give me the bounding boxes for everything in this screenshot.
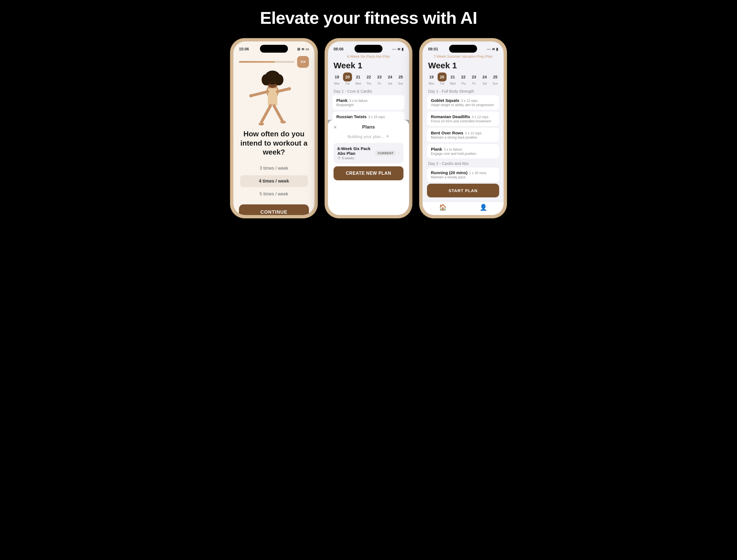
option-3x[interactable]: 3 times / week xyxy=(240,162,308,174)
running-sub-3: Maintain a steady pace xyxy=(431,175,495,179)
svg-line-10 xyxy=(277,89,289,92)
day-num-21-3: 21 xyxy=(448,73,457,81)
rows-detail-3: 3 x 12 reps xyxy=(465,131,481,135)
create-plan-button[interactable]: CREATE NEW PLAN xyxy=(334,166,403,180)
day-cell-22thu-2[interactable]: 22 Thu xyxy=(364,73,373,85)
day-label-thu-3: Thu xyxy=(461,82,465,85)
phone3-scroll[interactable]: 7-Week Summer Vacation Prep Plan Week 1 … xyxy=(422,54,504,200)
day-cell-23fri-3[interactable]: 23 Fri xyxy=(469,73,478,85)
day1-section-3: Day 1 - Full Body Strength xyxy=(422,88,504,95)
signal-icon-2: ···· xyxy=(392,47,396,51)
svg-line-13 xyxy=(261,106,271,122)
phones-container: 15:06 ⊞ ≋ ▭ >> xyxy=(231,39,506,218)
exercise-plank-3[interactable]: Plank 3 x to failure Engage core and hol… xyxy=(427,144,499,158)
day-num-24-3: 24 xyxy=(480,73,489,81)
day-label-thu-2: Thu xyxy=(366,82,371,85)
day-cell-24sat-2[interactable]: 24 Sat xyxy=(385,73,394,85)
battery-icon-1: ▭ xyxy=(306,47,309,51)
day-num-25-3: 25 xyxy=(491,73,500,81)
week-heading-3: Week 1 xyxy=(422,60,504,73)
day-num-22-2: 22 xyxy=(364,73,373,81)
battery-icon-2: ▮ xyxy=(401,47,403,51)
day-num-21-2: 21 xyxy=(354,73,363,81)
day-num-20-3: 20 xyxy=(437,73,446,81)
day-cell-25sun-2[interactable]: 25 Sun xyxy=(396,73,405,85)
day-cell-24sat-3[interactable]: 24 Sat xyxy=(480,73,489,85)
day-cell-19mon-2[interactable]: 19 Mon xyxy=(333,73,342,85)
plan-list-item-1[interactable]: 6-Week Six Pack Abs Plan ⏱ 6 weeks CURRE… xyxy=(334,143,403,164)
svg-point-9 xyxy=(249,94,253,97)
day-num-19-2: 19 xyxy=(333,73,342,81)
day-label-mon-3: Mon xyxy=(429,82,434,85)
svg-point-11 xyxy=(288,87,291,90)
status-icons-2: ···· ≋ ▮ xyxy=(392,47,403,51)
plans-modal: × Plans Building your plan... ✳ 6-Week S… xyxy=(328,120,409,215)
goblet-name-3: Goblet Squats xyxy=(431,98,459,103)
modal-close-button[interactable]: × xyxy=(334,124,337,130)
day-num-23-3: 23 xyxy=(469,73,478,81)
rows-name-3: Bent Over Rows xyxy=(431,130,463,135)
tab-home-3[interactable]: 🏠 xyxy=(439,204,446,211)
goblet-sub-3: Adapt weight to ability, aim for progres… xyxy=(431,103,495,107)
svg-point-5 xyxy=(270,81,272,83)
day-cell-21wed-3[interactable]: 21 Wed xyxy=(448,73,457,85)
day-label-wed-2: Wed xyxy=(356,82,361,85)
day-label-fri-3: Fri xyxy=(472,82,476,85)
day-cell-23fri-2[interactable]: 23 Fri xyxy=(375,73,384,85)
day-cell-20tue-2[interactable]: 20 Tue xyxy=(343,73,352,85)
svg-point-4 xyxy=(275,74,284,85)
plan-sub: ⏱ 6 weeks xyxy=(338,156,375,160)
day-label-sun-3: Sun xyxy=(493,82,498,85)
svg-line-8 xyxy=(251,92,268,96)
battery-icon-3: ▮ xyxy=(496,47,498,51)
day-label-sat-3: Sat xyxy=(482,82,486,85)
day-selector-3: 19 Mon 20 Tue 21 Wed 22 Thu xyxy=(422,73,504,88)
option-4x[interactable]: 4 times / week xyxy=(240,175,308,187)
day-num-19-3: 19 xyxy=(427,73,436,81)
russian-name-2: Russian Twists xyxy=(336,114,367,119)
day-cell-21wed-2[interactable]: 21 Wed xyxy=(354,73,363,85)
phone-onboarding: 15:06 ⊞ ≋ ▭ >> xyxy=(231,39,317,218)
day-cell-25sun-3[interactable]: 25 Sun xyxy=(491,73,500,85)
current-badge: CURRENT xyxy=(375,151,395,156)
exercise-rows-3[interactable]: Bent Over Rows 3 x 12 reps Maintain a st… xyxy=(427,128,499,142)
day-label-sat-2: Sat xyxy=(388,82,392,85)
skip-button[interactable]: >> xyxy=(297,56,309,68)
exercise-romanian-3[interactable]: Romanian Deadlifts 3 x 12 reps Focus on … xyxy=(427,111,499,126)
figure-svg xyxy=(246,69,302,128)
day-cell-20tue-3[interactable]: 20 Tue xyxy=(437,73,446,85)
running-detail-3: 1 x 20 mins xyxy=(469,171,486,175)
plank-detail-3: 3 x to failure xyxy=(444,148,462,151)
continue-button[interactable]: CONTINUE xyxy=(239,204,309,215)
day-cell-22thu-3[interactable]: 22 Thu xyxy=(459,73,468,85)
status-icons-1: ⊞ ≋ ▭ xyxy=(297,47,309,51)
progress-fill xyxy=(239,61,275,63)
option-5x[interactable]: 5 times / week xyxy=(240,188,308,200)
progress-track xyxy=(239,61,294,63)
week-heading-2: Week 1 xyxy=(328,60,409,73)
svg-point-6 xyxy=(274,81,275,83)
dynamic-island-3 xyxy=(449,45,477,53)
time-2: 08:06 xyxy=(334,47,344,51)
start-plan-button[interactable]: START PLAN xyxy=(427,184,499,197)
day-num-20-2: 20 xyxy=(343,73,352,81)
day-label-mon-2: Mon xyxy=(334,82,340,85)
running-name-3: Running (20 mins) xyxy=(431,170,467,175)
exercise-goblet-3[interactable]: Goblet Squats 3 x 12 reps Adapt weight t… xyxy=(427,95,499,110)
exercise-plank-2[interactable]: Plank 3 x to failure Bodyweight xyxy=(333,95,404,110)
svg-line-15 xyxy=(274,106,282,121)
exercise-running-3[interactable]: Running (20 mins) 1 x 20 mins Maintain a… xyxy=(427,167,499,182)
plank-name-3: Plank xyxy=(431,147,442,151)
svg-point-14 xyxy=(259,123,264,125)
day-cell-19mon-3[interactable]: 19 Mon xyxy=(427,73,436,85)
plan-duration: 6 weeks xyxy=(342,156,354,160)
phone-plans: 08:06 ···· ≋ ▮ 6-Week Six Pack Abs Plan … xyxy=(325,39,412,218)
phone2-screen: 08:06 ···· ≋ ▮ 6-Week Six Pack Abs Plan … xyxy=(328,41,409,215)
modal-sheet: × Plans Building your plan... ✳ 6-Week S… xyxy=(328,120,409,215)
rows-sub-3: Maintain a strong back position xyxy=(431,136,495,139)
spinner-icon: ✳ xyxy=(386,134,389,139)
russian-detail-2: 3 x 15 reps xyxy=(368,115,385,119)
bottom-tab-bar-3: 🏠 👤 xyxy=(422,201,504,215)
tab-profile-3[interactable]: 👤 xyxy=(479,204,487,211)
day-selector-2: 19 Mon 20 Tue 21 Wed 22 Thu xyxy=(328,73,409,88)
